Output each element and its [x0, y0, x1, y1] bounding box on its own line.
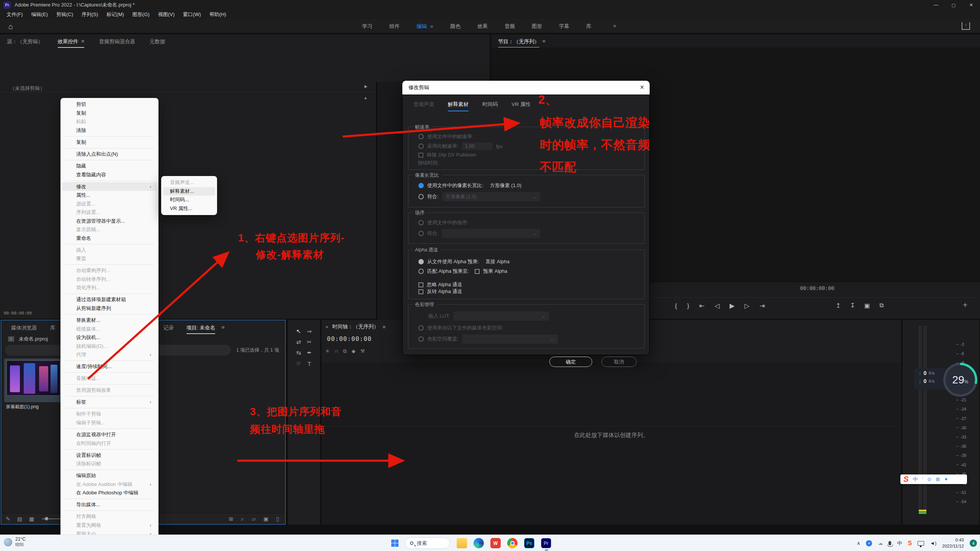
ime-tray-icon[interactable]: 中: [897, 540, 902, 547]
menu-剪辑(C)[interactable]: 剪辑(C): [52, 10, 77, 19]
start-button[interactable]: [391, 540, 399, 547]
context-menu-item[interactable]: 重命名: [62, 234, 157, 243]
tab-partial[interactable]: 记录: [163, 324, 174, 331]
workspace-tab-字幕[interactable]: 字幕: [559, 23, 569, 30]
automate-to-sequence-icon[interactable]: ⊞: [229, 516, 234, 522]
tab-音频剪辑混合器[interactable]: 音频剪辑混合器: [99, 38, 135, 45]
context-menu-item[interactable]: 解释素材...: [163, 187, 215, 196]
dialog-tab-时间码[interactable]: 时间码: [482, 101, 498, 111]
timeline-track-area[interactable]: 在此处放下媒体以创建序列。: [322, 363, 901, 525]
close-icon[interactable]: ×: [325, 324, 328, 330]
menu-帮助(H)[interactable]: 帮助(H): [205, 10, 230, 19]
close-button[interactable]: ✕: [962, 0, 980, 10]
ime-lang-label[interactable]: 中: [913, 476, 918, 483]
context-menu-item[interactable]: 设为脱机...: [62, 333, 157, 342]
ok-button[interactable]: 确定: [549, 357, 592, 367]
weather-widget[interactable]: 21°C晴朗: [4, 536, 26, 548]
context-menu-item[interactable]: 清除: [62, 126, 157, 135]
alpha-premult-radio[interactable]: 从文件使用 Alpha 预乘:直接 Alpha: [418, 258, 510, 265]
razor-tool[interactable]: ✂: [304, 337, 315, 347]
context-menu-item[interactable]: 剪切: [62, 100, 157, 109]
context-menu-item[interactable]: 速度/持续时间...: [62, 362, 157, 371]
type-tool[interactable]: T: [304, 358, 315, 369]
ignore-alpha-checkbox[interactable]: 忽略 Alpha 通道: [418, 281, 462, 288]
compare-view-icon[interactable]: ⧉: [879, 302, 884, 309]
workspace-tab-编辑[interactable]: 编辑≡: [416, 23, 433, 30]
new-bin-icon[interactable]: ▱: [252, 516, 256, 522]
conform-par-radio[interactable]: 符合: 方形像素 (1.0)⌄: [418, 192, 540, 201]
panel-menu-icon[interactable]: ≡: [82, 38, 85, 45]
alpha-match-radio[interactable]: 匹配 Alpha 预乘至:预乘 Alpha: [418, 268, 507, 275]
home-icon[interactable]: ⌂: [8, 22, 13, 31]
slip-tool[interactable]: ⇆: [293, 347, 304, 358]
panel-menu-icon[interactable]: ≡: [382, 324, 385, 330]
mark-out-icon[interactable]: }: [687, 302, 689, 310]
context-menu-item[interactable]: VR 属性...: [163, 204, 215, 213]
tray-expand-icon[interactable]: ∧: [857, 540, 861, 546]
edge-icon[interactable]: [474, 538, 484, 548]
panel-menu-icon[interactable]: ≡: [430, 24, 433, 29]
context-menu-item[interactable]: 时间码...: [163, 196, 215, 204]
context-menu-item[interactable]: 在 Adobe Photoshop 中编辑: [62, 489, 157, 497]
media-thumbnail[interactable]: [7, 360, 60, 396]
context-menu-item[interactable]: 复制: [62, 138, 157, 147]
workspace-tab-图形[interactable]: 图形: [532, 23, 542, 30]
context-menu-item[interactable]: 编辑原始: [62, 471, 157, 480]
pen-tool[interactable]: ✒: [304, 347, 315, 358]
context-menu-item[interactable]: 属性...: [62, 191, 157, 200]
tab-源：（无剪辑）[interactable]: 源：（无剪辑）: [7, 38, 43, 45]
wps-icon[interactable]: W: [490, 538, 501, 548]
taskbar-search[interactable]: 搜索: [405, 538, 450, 549]
context-menu-item[interactable]: 查看隐藏内容: [62, 170, 157, 179]
project-file-row[interactable]: t 未命名.prproj: [8, 336, 48, 342]
linked-selection-icon[interactable]: ∩: [335, 348, 338, 354]
context-menu-item[interactable]: 清除入点和出点(N): [62, 150, 157, 159]
context-menu-item[interactable]: 标签›: [62, 398, 157, 407]
use-file-par-radio[interactable]: 使用文件中的像素长宽比:方形像素 (1.0): [418, 182, 521, 189]
workspace-tab-库[interactable]: 库: [586, 23, 591, 30]
play-icon[interactable]: ▶: [730, 302, 735, 310]
cancel-button[interactable]: 取消: [601, 357, 637, 367]
workspace-overflow-icon[interactable]: »: [613, 23, 616, 29]
ripple-edit-tool[interactable]: ⇄: [293, 337, 304, 347]
go-to-in-icon[interactable]: ⇤: [699, 302, 704, 310]
dialog-close-icon[interactable]: ✕: [640, 84, 644, 90]
selection-tool[interactable]: ↖: [293, 326, 304, 337]
context-menu-item[interactable]: 从剪辑新建序列: [62, 304, 157, 313]
timeline-timecode[interactable]: 00:00:00:00: [327, 335, 372, 342]
dialog-tab-解释素材[interactable]: 解释素材: [448, 101, 469, 111]
speaker-icon[interactable]: ◄): [930, 540, 936, 546]
delete-icon[interactable]: ▯: [276, 516, 279, 522]
microphone-icon[interactable]: [889, 541, 891, 545]
context-menu-item[interactable]: 隐藏: [62, 162, 157, 171]
media-item-selected[interactable]: [4, 359, 62, 402]
new-item-icon[interactable]: ▣: [263, 516, 268, 522]
file-explorer-icon[interactable]: [457, 538, 467, 548]
ime-punct-icon[interactable]: ’: [922, 476, 923, 482]
ime-toolbar[interactable]: S 中’⊙⊞✦: [900, 474, 967, 484]
track-select-tool[interactable]: ⇒: [304, 326, 315, 337]
photoshop-icon[interactable]: Ps: [524, 538, 534, 548]
snap-icon[interactable]: ✳: [325, 348, 330, 354]
list-view-icon[interactable]: ▤: [17, 516, 22, 522]
invert-alpha-checkbox[interactable]: 反转 Alpha 通道: [418, 288, 462, 295]
settings-wrench-icon[interactable]: ⚒: [361, 348, 365, 354]
panel-menu-icon[interactable]: ≡: [542, 38, 546, 44]
panel-menu-icon[interactable]: ≡: [222, 324, 225, 330]
security-shield-icon[interactable]: ✔: [866, 540, 872, 546]
context-menu-item[interactable]: 通过选择项新建素材箱: [62, 295, 157, 304]
minimize-button[interactable]: —: [927, 0, 945, 10]
tab-timeline[interactable]: 时间轴：（无序列）: [332, 323, 379, 330]
dialog-title-bar[interactable]: 修改剪辑 ✕: [402, 81, 650, 95]
chrome-icon[interactable]: [507, 538, 518, 548]
menu-窗口(W)[interactable]: 窗口(W): [179, 10, 205, 19]
ime-keyboard-icon[interactable]: ⊞: [936, 476, 940, 482]
menu-视图(V)[interactable]: 视图(V): [154, 10, 179, 19]
tab-元数据[interactable]: 元数据: [150, 38, 165, 45]
hand-tool[interactable]: ☞: [293, 358, 304, 369]
usage-percent-widget[interactable]: 29%: [943, 363, 977, 397]
menu-序列(S)[interactable]: 序列(S): [77, 10, 102, 19]
context-menu-item[interactable]: 在资源管理器中显示...: [62, 217, 157, 225]
dialog-tab-VR 属性[interactable]: VR 属性: [512, 101, 531, 111]
context-menu-item[interactable]: 设置标识帧: [62, 451, 157, 460]
